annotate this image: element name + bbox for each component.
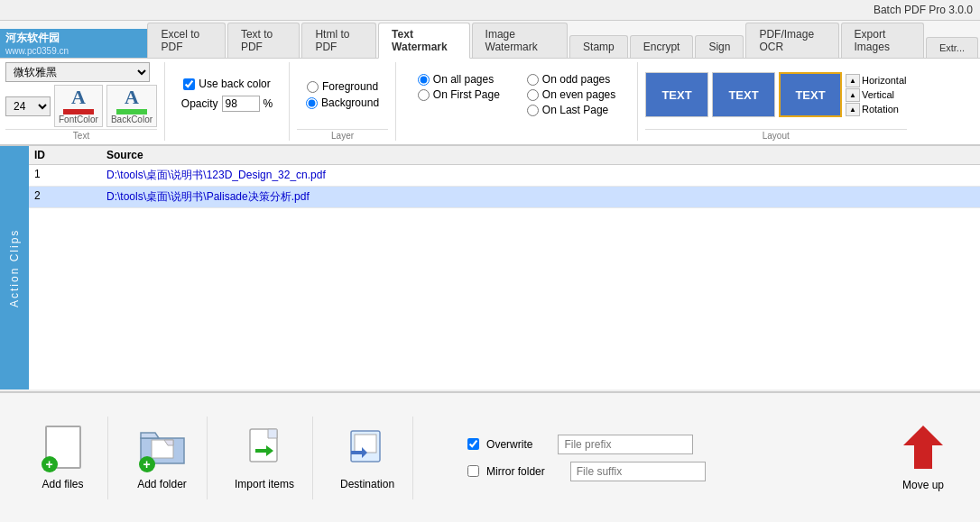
add-folder-plus-icon: +: [139, 456, 155, 472]
text-section-label: Text: [5, 129, 157, 141]
table-row[interactable]: 2 D:\tools\桌面\说明书\Palisade决策分析.pdf: [29, 187, 980, 208]
mirror-folder-checkbox[interactable]: [467, 465, 479, 477]
horizontal-scroll-btn[interactable]: ▲: [846, 74, 860, 87]
layer-section-label: Layer: [297, 129, 388, 141]
on-first-page-label: On First Page: [433, 88, 500, 101]
table-row[interactable]: 1 D:\tools\桌面\说明书\123D_Design_32_cn.pdf: [29, 165, 980, 187]
tab-export-images[interactable]: Export Images: [841, 23, 924, 58]
mirror-folder-row: Mirror folder: [467, 462, 706, 481]
tab-encrypt[interactable]: Encrypt: [630, 35, 694, 58]
add-folder-btn[interactable]: + Add folder: [117, 417, 208, 499]
layout-group: TEXT TEXT TEXT ▲ Horizontal ▲ Vertical ▲…: [645, 62, 906, 141]
file-prefix-input[interactable]: [558, 435, 693, 454]
tab-text-watermark[interactable]: Text Watermark: [378, 23, 469, 59]
move-up-btn[interactable]: Move up: [884, 415, 962, 500]
foreground-radio[interactable]: [307, 81, 319, 93]
on-even-pages-label: On even pages: [542, 88, 615, 101]
ribbon: 微软雅黑 24 A FontColor A BackColor: [0, 59, 980, 146]
on-first-page-row: On First Page: [418, 88, 500, 101]
font-color-btn[interactable]: A FontColor: [54, 85, 103, 127]
logo-sub: www.pc0359.cn: [5, 46, 142, 56]
vertical-scroll-btn[interactable]: ▲: [846, 88, 860, 102]
add-folder-label: Add folder: [137, 478, 187, 490]
background-row: Background: [306, 96, 379, 109]
tab-text-to-pdf[interactable]: Text to PDF: [227, 23, 300, 58]
rotation-scroll-btn[interactable]: ▲: [846, 103, 860, 116]
overwrite-row: Overwrite: [467, 435, 706, 454]
rotation-label: Rotation: [862, 104, 899, 114]
on-even-pages-radio[interactable]: [527, 89, 539, 101]
on-odd-pages-label: On odd pages: [542, 73, 610, 86]
tabs-bar: 河东软件园 www.pc0359.cn Excel to PDF Text to…: [0, 21, 980, 59]
layer-group: Foreground Background Layer: [297, 62, 396, 141]
row1-id: 1: [34, 168, 106, 183]
percent-sign: %: [263, 97, 273, 110]
move-up-arrow-svg: [903, 424, 943, 471]
font-group: 微软雅黑 24 A FontColor A BackColor: [5, 62, 165, 141]
on-all-pages-radio[interactable]: [418, 74, 430, 86]
layout-preview-2[interactable]: TEXT: [779, 72, 842, 117]
main-area: Action Clips ID Source 1 D:\tools\桌面\说明书…: [0, 146, 980, 389]
tab-html-to-pdf[interactable]: Html to PDF: [301, 23, 376, 58]
on-last-page-row: On Last Page: [527, 104, 615, 116]
use-back-color-checkbox[interactable]: [183, 78, 195, 90]
on-all-pages-row: On all pages: [418, 73, 500, 86]
back-color-btn[interactable]: A BackColor: [106, 85, 157, 127]
font-name-select[interactable]: 微软雅黑: [5, 62, 150, 82]
row2-id: 2: [34, 189, 106, 205]
background-label: Background: [321, 96, 379, 109]
opacity-input[interactable]: [222, 96, 260, 112]
title-bar: Batch PDF Pro 3.0.0: [0, 0, 980, 21]
layout-previews: TEXT TEXT TEXT: [645, 72, 842, 117]
layout-preview-1[interactable]: TEXT: [712, 72, 775, 117]
add-files-plus-icon: +: [42, 456, 58, 472]
add-files-label: Add files: [42, 478, 83, 490]
right-options: Overwrite Mirror folder: [467, 435, 706, 481]
layout-arrows: ▲ Horizontal ▲ Vertical ▲ Rotation: [846, 74, 906, 116]
tab-stamp[interactable]: Stamp: [569, 35, 628, 58]
background-radio[interactable]: [306, 97, 318, 109]
up-arrow-icon: [903, 424, 943, 473]
svg-rect-4: [355, 435, 376, 453]
logo-main: 河东软件园: [5, 31, 142, 46]
file-suffix-input[interactable]: [570, 462, 706, 481]
move-up-label: Move up: [902, 479, 944, 491]
tab-image-watermark[interactable]: Image Watermark: [472, 23, 568, 58]
on-last-page-label: On Last Page: [542, 104, 608, 116]
tab-excel-to-pdf[interactable]: Excel to PDF: [147, 23, 225, 58]
sidebar-clips: Action Clips: [0, 146, 29, 389]
font-size-select[interactable]: 24: [5, 96, 51, 116]
on-odd-pages-row: On odd pages: [527, 73, 615, 86]
tab-extra[interactable]: Extr...: [926, 37, 978, 58]
import-items-btn[interactable]: Import items: [217, 417, 313, 499]
on-odd-pages-radio[interactable]: [527, 74, 539, 86]
on-all-pages-label: On all pages: [433, 73, 494, 86]
layout-section-label: Layout: [645, 129, 906, 141]
col-source-header: Source: [106, 149, 975, 161]
import-icon: [241, 426, 288, 469]
foreground-row: Foreground: [307, 80, 378, 93]
on-first-page-radio[interactable]: [418, 89, 430, 101]
on-last-page-radio[interactable]: [527, 105, 539, 116]
mirror-folder-label: Mirror folder: [486, 465, 545, 478]
col-id-header: ID: [34, 149, 106, 161]
svg-marker-6: [903, 426, 943, 469]
opacity-label: Opacity: [181, 97, 218, 110]
tab-sign[interactable]: Sign: [695, 35, 744, 58]
font-color-label: FontColor: [59, 114, 98, 124]
use-back-color-label: Use back color: [199, 78, 270, 90]
row2-source: D:\tools\桌面\说明书\Palisade决策分析.pdf: [106, 189, 975, 205]
pages-group: On all pages On First Page On odd pages …: [403, 62, 638, 141]
overwrite-label: Overwrite: [486, 438, 532, 451]
destination-icon: [344, 426, 391, 469]
layout-preview-0[interactable]: TEXT: [645, 72, 708, 117]
table-header: ID Source: [29, 146, 980, 165]
row1-source: D:\tools\桌面\说明书\123D_Design_32_cn.pdf: [106, 168, 975, 183]
file-table: ID Source 1 D:\tools\桌面\说明书\123D_Design_…: [29, 146, 980, 389]
options-group: Use back color Opacity % .: [172, 62, 290, 141]
tab-pdf-image-ocr[interactable]: PDF/Image OCR: [745, 23, 838, 58]
add-files-btn[interactable]: + Add files: [18, 417, 108, 499]
foreground-label: Foreground: [322, 80, 378, 93]
destination-btn[interactable]: Destination: [322, 417, 413, 499]
overwrite-checkbox[interactable]: [467, 438, 479, 450]
